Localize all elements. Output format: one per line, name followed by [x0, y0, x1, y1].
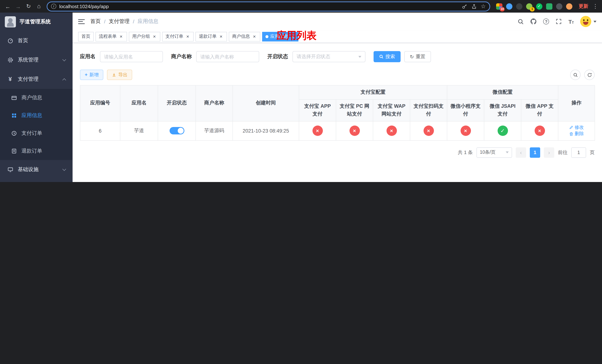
font-size-icon[interactable]: TT	[569, 19, 574, 24]
grid-icon	[11, 112, 17, 119]
url-text[interactable]: localhost:1024/pay/app	[59, 3, 459, 9]
app-table-wrap: 应用编号 应用名 开启状态 商户名称 创建时间 支付宝配置 微信配置 操作 支付…	[80, 85, 595, 141]
col-header-alipay-qr: 支付宝扫码支付	[410, 99, 447, 121]
prev-page-button[interactable]	[516, 147, 526, 158]
tab-close-icon[interactable]	[218, 34, 224, 39]
sidebar-item-home[interactable]: 首页	[0, 31, 73, 50]
status-fail-icon: ×	[423, 126, 434, 136]
tab-close-icon[interactable]	[252, 34, 257, 39]
sidebar: 芋道管理系统 首页 系统管理 ¥ 支付管理 商户信息	[0, 13, 73, 182]
reload-icon[interactable]	[24, 1, 33, 11]
sidebar-item-label: 支付管理	[18, 76, 39, 83]
group-header-wechat: 微信配置	[447, 85, 558, 99]
browser-update-button[interactable]: 更新	[576, 3, 591, 10]
extension-chat-icon[interactable]	[546, 3, 552, 10]
edit-link[interactable]: 修改	[569, 124, 584, 131]
cell-alipay-qr: ×	[410, 121, 447, 140]
app-name-label: 应用名	[80, 53, 96, 60]
status-toggle[interactable]	[169, 127, 184, 135]
main-header: 首页 / 支付管理 / 应用信息 ? TT	[73, 13, 602, 30]
bookmark-star-icon[interactable]	[481, 3, 486, 10]
tab-close-icon[interactable]	[118, 34, 124, 39]
sidebar-item-pay-order[interactable]: 支付订单	[0, 124, 73, 142]
extension-pin-icon[interactable]	[556, 3, 562, 10]
tab-process-form[interactable]: 流程表单	[96, 32, 127, 41]
back-icon[interactable]	[3, 1, 13, 11]
tab-pay-order[interactable]: 支付订单	[162, 32, 194, 41]
site-info-icon[interactable]: i	[51, 4, 56, 9]
breadcrumb-payment[interactable]: 支付管理	[109, 18, 129, 25]
current-page-button[interactable]: 1	[530, 147, 540, 158]
refresh-button[interactable]	[584, 70, 595, 80]
tab-merchant-info[interactable]: 商户信息	[229, 32, 260, 41]
goto-page-input[interactable]	[571, 147, 586, 158]
add-button[interactable]: 新增	[80, 70, 104, 80]
browser-menu-icon[interactable]	[592, 3, 599, 10]
user-menu[interactable]	[580, 16, 596, 27]
home-icon[interactable]	[34, 1, 44, 11]
page-size-select[interactable]: 10条/页	[476, 147, 512, 158]
yen-icon: ¥	[7, 76, 13, 82]
tab-close-icon[interactable]	[185, 34, 190, 39]
sidebar-item-label: 基础设施	[18, 166, 39, 173]
breadcrumb-home[interactable]: 首页	[90, 18, 101, 25]
search-icon[interactable]	[517, 18, 524, 25]
breadcrumb-separator: /	[133, 19, 134, 24]
cell-wx-app: ×	[521, 121, 558, 140]
col-header-alipay-pc: 支付宝 PC 网站支付	[336, 99, 373, 121]
col-header-wx-app: 微信 APP 支付	[521, 99, 558, 121]
sidebar-item-refund-order[interactable]: 退款订单	[0, 142, 73, 160]
extension-drop-icon[interactable]	[506, 3, 512, 10]
tab-home[interactable]: 首页	[78, 32, 94, 41]
sidebar-item-merchant-info[interactable]: 商户信息	[0, 89, 73, 107]
tabs-bar: 首页 流程表单 用户分组 支付订单	[73, 30, 602, 43]
tab-user-group[interactable]: 用户分组	[129, 32, 160, 41]
breadcrumb-separator: /	[104, 19, 106, 24]
merchant-name-label: 商户名称	[171, 53, 192, 60]
status-fail-icon: ×	[534, 126, 545, 136]
cell-app-id: 6	[80, 121, 120, 140]
extension-avatar-icon[interactable]: 1	[526, 3, 532, 10]
help-icon[interactable]: ?	[543, 19, 549, 24]
forward-icon[interactable]	[13, 1, 23, 11]
extension-grid-icon[interactable]: 10	[496, 3, 502, 10]
reset-button[interactable]: 重置	[404, 51, 431, 62]
sidebar-item-system[interactable]: 系统管理	[0, 50, 73, 70]
key-icon[interactable]	[462, 3, 467, 9]
tab-close-icon[interactable]	[152, 34, 157, 39]
export-button[interactable]: 导出	[107, 70, 132, 80]
cell-alipay-app: ×	[299, 121, 336, 140]
app-name-input[interactable]	[100, 51, 163, 62]
fullscreen-icon[interactable]	[556, 18, 562, 25]
extension-dark-icon[interactable]	[516, 3, 522, 10]
delete-link[interactable]: 删除	[569, 131, 584, 137]
extension-check-icon[interactable]	[536, 3, 542, 10]
share-icon[interactable]	[471, 3, 477, 9]
url-bar[interactable]: i localhost:1024/pay/app	[47, 1, 490, 11]
sidebar-item-dev-tools[interactable]: 研发工具	[0, 179, 73, 182]
cell-status	[158, 121, 196, 140]
extension-face-icon[interactable]	[566, 3, 572, 10]
sidebar-logo[interactable]: 芋道管理系统	[0, 13, 73, 31]
sidebar-item-infrastructure[interactable]: 基础设施	[0, 160, 73, 179]
col-header-alipay-wap: 支付宝 WAP 网站支付	[373, 99, 410, 121]
cell-alipay-wap: ×	[373, 121, 410, 140]
browser-toolbar: i localhost:1024/pay/app 10 1 更新	[0, 0, 602, 13]
monitor-icon	[7, 166, 13, 173]
hamburger-icon[interactable]	[78, 19, 85, 24]
table-row: 6 芋道 芋道源码 2021-10-23 08:49:25 × × ×	[80, 121, 595, 140]
status-select[interactable]: 请选择开启状态	[292, 51, 366, 62]
refresh-icon	[410, 54, 414, 59]
search-button[interactable]: 搜索	[374, 51, 401, 62]
next-page-button[interactable]	[544, 147, 554, 158]
github-icon[interactable]	[530, 18, 537, 25]
merchant-name-input[interactable]	[196, 51, 259, 62]
status-fail-icon: ×	[312, 126, 323, 136]
tab-refund-order[interactable]: 退款订单	[195, 32, 227, 41]
sidebar-item-label: 商户信息	[22, 95, 42, 101]
sidebar-item-payment[interactable]: ¥ 支付管理	[0, 70, 73, 89]
col-header-app-id: 应用编号	[80, 85, 120, 121]
caret-down-icon	[593, 21, 596, 22]
sidebar-item-app-info[interactable]: 应用信息	[0, 107, 73, 124]
show-search-button[interactable]	[570, 70, 580, 80]
